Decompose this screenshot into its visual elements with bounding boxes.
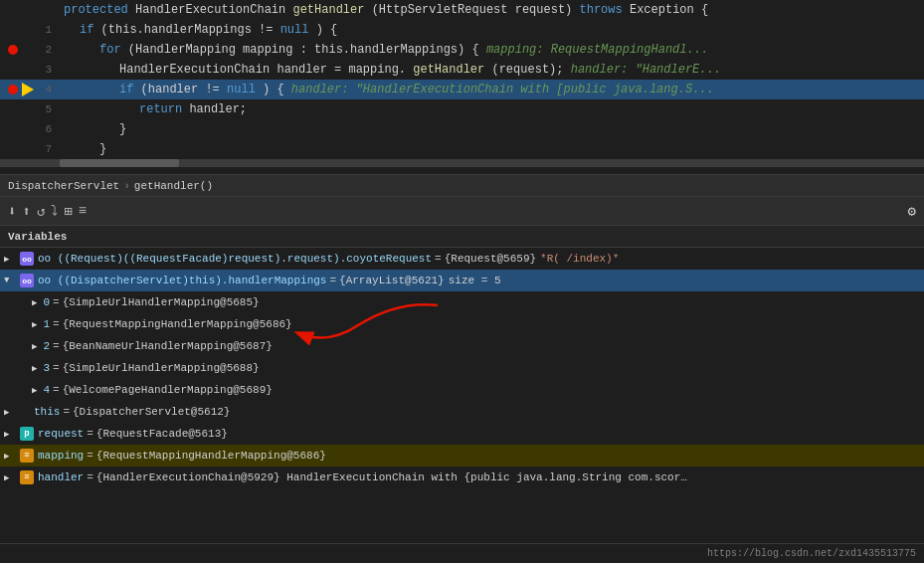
var-val-handler: {HandlerExecutionChain@5929} HandlerExec… [96, 471, 693, 483]
line-num-4: 4 [36, 84, 52, 95]
var-val-mapping: {RequestMappingHandlerMapping@5686} [96, 450, 326, 462]
var-name-mapping: mapping [38, 450, 84, 462]
comment-3: handler: "HandlerE... [571, 63, 721, 77]
badge-p: p [20, 427, 34, 441]
code-span-1: (this.handlerMappings != [101, 23, 280, 37]
var-eq-this: = [63, 406, 70, 418]
line-num-5: 5 [36, 103, 52, 115]
code-scrollbar[interactable] [0, 159, 924, 167]
expand-icon-1: ▼ [4, 276, 9, 285]
code-content-4: if (handler != null ) { handler: "Handle… [60, 83, 924, 96]
expand-icon-idx2: ▶ [32, 341, 37, 352]
gutter-1: 1 [0, 24, 60, 36]
main-container: protected HandlerExecutionChain getHandl… [0, 0, 924, 563]
badge-oo-1: oo [20, 274, 34, 287]
comment-4: handler: "HandlerExecutionChain with [pu… [291, 83, 714, 96]
gutter-3: 3 [0, 64, 60, 76]
var-row-idx-1[interactable]: ▶ 1 = {RequestMappingHandlerMapping@5686… [0, 313, 924, 335]
code-span-0b: getHandler [292, 3, 364, 17]
expand-area-p: ▶ [4, 429, 20, 440]
refresh-icon[interactable]: ↺ [37, 203, 45, 220]
kw-if-4: if [119, 83, 133, 96]
line-num-2: 2 [36, 44, 52, 56]
step-into-icon[interactable]: ⤵ [51, 203, 58, 219]
badge-eq-mapping: ≡ [20, 449, 34, 463]
var-row-handler-mappings[interactable]: ▼ oo oo ((DispatcherServlet)this).handle… [0, 270, 924, 291]
var-name-mappings: oo ((DispatcherServlet)this).handlerMapp… [38, 275, 326, 286]
breadcrumb-part-2[interactable]: getHandler() [134, 180, 213, 192]
kw-return-5: return [139, 102, 182, 116]
code-span-4a: (handler != [141, 83, 227, 96]
idx-4: 4 [43, 384, 50, 396]
grid-icon[interactable]: ⊞ [64, 203, 72, 220]
code-line-3: 3 HandlerExecutionChain handler = mappin… [0, 60, 924, 80]
line-num-1: 1 [36, 24, 52, 36]
var-extra-coyote: *R( /index)* [540, 253, 619, 265]
var-row-idx-3[interactable]: ▶ 3 = {SimpleUrlHandlerMapping@5688} [0, 357, 924, 379]
var-row-p-request[interactable]: ▶ p request = {RequestFacade@5613} [0, 423, 924, 445]
code-span-3b: (request); [491, 63, 570, 77]
var-row-idx-2[interactable]: ▶ 2 = {BeanNameUrlHandlerMapping@5687} [0, 335, 924, 357]
code-span-3a: HandlerExecutionChain handler = mapping. [119, 63, 406, 77]
breadcrumb-part-1[interactable]: DispatcherServlet [8, 180, 119, 192]
var-name-coyote: oo ((Request)((RequestFacade)request).re… [38, 253, 432, 265]
badge-eq-handler: ≡ [20, 470, 34, 484]
url-text: https://blog.csdn.net/zxd1435513775 [707, 548, 916, 559]
kw-throws: throws [580, 3, 623, 17]
val-idx3: {SimpleUrlHandlerMapping@5688} [63, 362, 260, 374]
code-line-6: 6 } [0, 119, 924, 139]
line-num-6: 6 [36, 123, 52, 135]
bottom-section: ⬇ ⬆ ↺ ⤵ ⊞ ≡ ⚙ Variables [0, 196, 924, 563]
expand-icon-idx4: ▶ [32, 385, 37, 396]
idx-1: 1 [43, 318, 50, 330]
var-eq-p: = [87, 428, 93, 440]
var-row-idx-4[interactable]: ▶ 4 = {WelcomePageHandlerMapping@5689} [0, 379, 924, 401]
eq-idx1: = [53, 318, 60, 330]
expand-area-handler: ▶ [4, 472, 20, 483]
code-line-4: 4 if (handler != null ) { handler: "Hand… [0, 80, 924, 99]
gear-icon[interactable]: ⚙ [908, 203, 916, 220]
code-content-5: return handler; [60, 102, 924, 116]
debug-arrow-4 [22, 83, 34, 96]
scrollbar-thumb[interactable] [60, 159, 179, 167]
var-row-idx-0[interactable]: ▶ 0 = {SimpleUrlHandlerMapping@5685} [0, 291, 924, 313]
var-row-this[interactable]: ▶ this = {DispatcherServlet@5612} [0, 401, 924, 423]
upload-icon[interactable]: ⬆ [22, 203, 30, 220]
code-span-5: handler; [189, 102, 247, 116]
expand-area-1: ▼ [4, 276, 20, 285]
val-idx1: {RequestMappingHandlerMapping@5686} [63, 318, 292, 330]
var-value-mappings: {ArrayList@5621} [339, 275, 445, 286]
expand-icon-mapping: ▶ [4, 451, 9, 462]
var-eq-mapping: = [87, 450, 93, 462]
kw-null-4: null [227, 83, 256, 96]
code-span-0a: HandlerExecutionChain [135, 3, 292, 17]
val-idx4: {WelcomePageHandlerMapping@5689} [63, 384, 273, 396]
method-gethandler: getHandler [413, 63, 484, 77]
code-line-0: protected HandlerExecutionChain getHandl… [0, 0, 924, 20]
code-content-7: } [60, 142, 924, 156]
code-span-6: } [119, 122, 126, 136]
menu-icon[interactable]: ≡ [79, 203, 87, 219]
bp-placeholder-6 [8, 124, 18, 134]
kw-if-1: if [80, 23, 93, 37]
breakpoint-4 [8, 85, 18, 94]
code-content-3: HandlerExecutionChain handler = mapping.… [60, 63, 924, 77]
kw-null-1: null [280, 23, 309, 37]
bp-placeholder-5 [8, 104, 18, 114]
breadcrumb-bar: DispatcherServlet › getHandler() [0, 174, 924, 196]
breadcrumb-sep: › [123, 180, 130, 192]
comment-2: mapping: RequestMappingHandl... [486, 43, 708, 57]
var-row-handler[interactable]: ▶ ≡ handler = {HandlerExecutionChain@592… [0, 467, 924, 488]
code-content-0: protected HandlerExecutionChain getHandl… [60, 3, 924, 17]
var-row-mapping[interactable]: ▶ ≡ mapping = {RequestMappingHandlerMapp… [0, 445, 924, 467]
kw-protected: protected [64, 3, 128, 17]
toolbar-area: ⬇ ⬆ ↺ ⤵ ⊞ ≡ ⚙ [0, 196, 924, 226]
var-name-this: this [34, 406, 60, 418]
var-name-p-request: request [38, 428, 84, 440]
code-content-6: } [60, 122, 924, 136]
code-span-1b: ) { [316, 23, 338, 37]
download-icon[interactable]: ⬇ [8, 203, 16, 220]
eq-idx0: = [53, 296, 60, 308]
code-span-0c: (HttpServletRequest request) [372, 3, 580, 17]
var-row-coyote-request[interactable]: ▶ oo oo ((Request)((RequestFacade)reques… [0, 248, 924, 270]
